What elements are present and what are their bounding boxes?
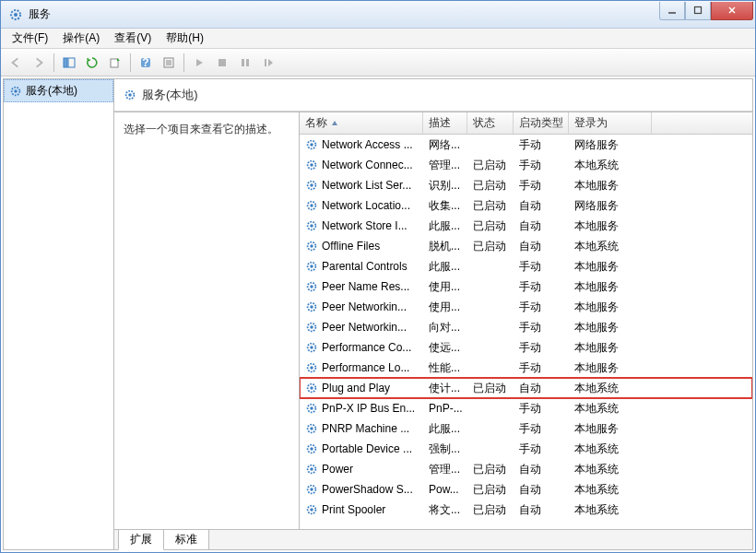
cell-name: Network List Ser... xyxy=(300,177,423,194)
service-row[interactable]: Portable Device ...强制...手动本地系统 xyxy=(300,439,752,459)
svg-point-58 xyxy=(310,488,313,491)
menu-view[interactable]: 查看(V) xyxy=(107,29,159,48)
show-hide-tree-button[interactable] xyxy=(58,52,80,74)
gear-icon xyxy=(305,199,318,212)
cell-logon: 本地系统 xyxy=(569,480,652,500)
cell-start: 自动 xyxy=(514,480,569,500)
service-row[interactable]: PnP-X IP Bus En...PnP-...手动本地系统 xyxy=(300,398,752,418)
titlebar[interactable]: 服务 xyxy=(1,1,755,29)
close-button[interactable] xyxy=(711,2,753,20)
svg-rect-16 xyxy=(242,59,244,66)
sort-ascending-icon xyxy=(331,120,338,127)
service-name: Network List Ser... xyxy=(322,179,411,192)
service-row[interactable]: Network Connec...管理...已启动手动本地系统 xyxy=(300,155,752,175)
column-header-name[interactable]: 名称 xyxy=(300,112,423,134)
menubar: 文件(F) 操作(A) 查看(V) 帮助(H) xyxy=(1,29,755,49)
tree-item-services-local[interactable]: 服务(本地) xyxy=(4,79,113,102)
cell-start: 自动 xyxy=(514,460,569,479)
cell-name: Print Spooler xyxy=(300,501,423,518)
export-list-button[interactable] xyxy=(104,52,126,74)
service-row[interactable]: Network Store I...此服...已启动自动本地服务 xyxy=(300,216,752,236)
service-row[interactable]: Print Spooler将文...已启动自动本地系统 xyxy=(300,500,752,520)
service-row[interactable]: Power管理...已启动自动本地系统 xyxy=(300,459,752,479)
cell-status xyxy=(467,427,514,430)
services-list-body[interactable]: Network Access ...网络...手动网络服务Network Con… xyxy=(300,135,752,529)
menu-file[interactable]: 文件(F) xyxy=(5,29,55,48)
service-row[interactable]: Network List Ser...识别...已启动手动本地服务 xyxy=(300,175,752,195)
service-row[interactable]: Peer Networkin...向对...手动本地服务 xyxy=(300,317,752,337)
cell-name: PnP-X IP Bus En... xyxy=(300,400,423,417)
cell-name: PNRP Machine ... xyxy=(300,420,423,437)
maximize-button[interactable] xyxy=(685,2,711,20)
cell-name: Peer Networkin... xyxy=(300,319,423,335)
column-header-logon[interactable]: 登录为 xyxy=(569,112,652,134)
cell-name: Parental Controls xyxy=(300,258,423,275)
service-row[interactable]: Network Access ...网络...手动网络服务 xyxy=(300,135,752,155)
refresh-button[interactable] xyxy=(81,52,103,74)
cell-start: 手动 xyxy=(514,419,569,439)
column-header-status[interactable]: 状态 xyxy=(467,112,514,134)
column-header-description[interactable]: 描述 xyxy=(423,112,467,134)
service-row[interactable]: Performance Co...使远...手动本地服务 xyxy=(300,337,752,358)
column-header-startup[interactable]: 启动类型 xyxy=(514,112,569,134)
cell-start: 自动 xyxy=(514,500,569,520)
gear-icon xyxy=(305,240,318,253)
cell-start: 手动 xyxy=(514,176,569,195)
tree-pane[interactable]: 服务(本地) xyxy=(4,79,114,549)
service-row[interactable]: PowerShadow S...Pow...已启动自动本地系统 xyxy=(300,479,752,500)
cell-status xyxy=(467,447,514,451)
cell-desc: 网络... xyxy=(423,135,467,155)
menu-action[interactable]: 操作(A) xyxy=(55,29,107,48)
cell-desc: 使用... xyxy=(423,277,467,297)
list-header: 名称 描述 状态 启动类型 登录为 xyxy=(300,112,752,135)
cell-status xyxy=(467,285,514,288)
service-row[interactable]: Parental Controls此服...手动本地服务 xyxy=(300,256,752,276)
service-row[interactable]: Plug and Play使计...已启动自动本地系统 xyxy=(300,378,752,398)
menu-help[interactable]: 帮助(H) xyxy=(159,29,211,48)
svg-point-22 xyxy=(128,93,132,97)
service-row[interactable]: Offline Files脱机...已启动自动本地系统 xyxy=(300,236,752,256)
service-row[interactable]: Peer Name Res...使用...手动本地服务 xyxy=(300,276,752,297)
cell-status xyxy=(467,305,514,309)
stop-service-button xyxy=(211,52,233,74)
tab-extended[interactable]: 扩展 xyxy=(118,530,164,550)
svg-point-38 xyxy=(310,285,313,288)
cell-status: 已启动 xyxy=(467,379,514,398)
cell-start: 自动 xyxy=(514,379,569,398)
svg-rect-6 xyxy=(64,58,67,67)
cell-status: 已启动 xyxy=(467,156,514,175)
cell-start: 手动 xyxy=(514,298,569,317)
cell-desc: 使远... xyxy=(423,338,467,358)
properties-button[interactable] xyxy=(158,52,180,74)
gear-icon xyxy=(305,442,318,455)
svg-point-54 xyxy=(310,447,313,451)
help-button[interactable]: ? xyxy=(135,52,157,74)
toolbar-separator xyxy=(53,53,54,72)
service-row[interactable]: PNRP Machine ...此服...手动本地服务 xyxy=(300,418,752,439)
service-name: Offline Files xyxy=(322,240,380,253)
minimize-button[interactable] xyxy=(659,2,685,20)
toolbar-separator xyxy=(130,53,131,72)
gear-icon xyxy=(305,402,318,415)
services-list-pane: 名称 描述 状态 启动类型 登录为 Network Access ...网络..… xyxy=(299,112,752,529)
service-name: Parental Controls xyxy=(322,260,408,273)
details-pane: 服务(本地) 选择一个项目来查看它的描述。 名称 描述 状态 启动类型 xyxy=(114,79,752,549)
toolbar: ? xyxy=(1,49,755,76)
nav-back-button xyxy=(5,52,27,74)
cell-status xyxy=(467,325,514,329)
service-name: Performance Co... xyxy=(322,341,411,354)
svg-point-60 xyxy=(310,508,313,512)
description-hint: 选择一个项目来查看它的描述。 xyxy=(124,123,278,135)
service-row[interactable]: Performance Lo...性能...手动本地服务 xyxy=(300,358,752,378)
cell-logon: 本地服务 xyxy=(569,419,652,439)
cell-start: 手动 xyxy=(514,318,569,337)
service-row[interactable]: Network Locatio...收集...已启动自动网络服务 xyxy=(300,195,752,216)
service-name: Network Store I... xyxy=(322,219,408,232)
cell-desc: 管理... xyxy=(423,156,467,175)
cell-status: 已启动 xyxy=(467,217,514,236)
service-name: PNRP Machine ... xyxy=(322,422,409,435)
gear-icon xyxy=(305,361,318,374)
cell-logon: 本地系统 xyxy=(569,399,652,418)
service-row[interactable]: Peer Networkin...使用...手动本地服务 xyxy=(300,297,752,317)
tab-standard[interactable]: 标准 xyxy=(163,530,209,550)
